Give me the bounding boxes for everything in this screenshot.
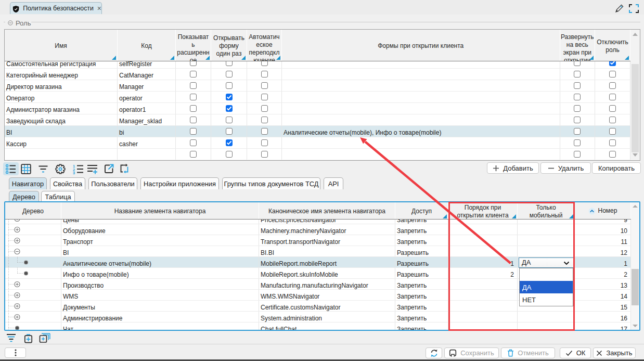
svg-text:3: 3 [73, 171, 75, 174]
